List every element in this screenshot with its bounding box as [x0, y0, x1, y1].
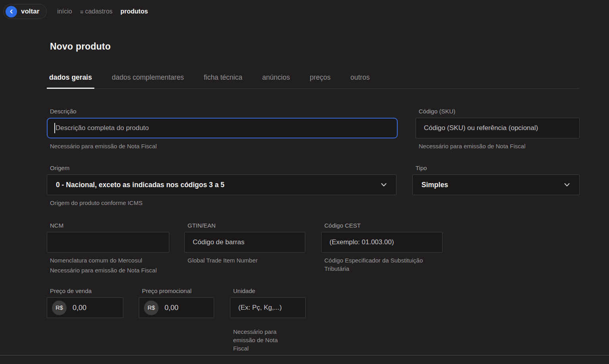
- chevron-down-icon: [379, 180, 388, 189]
- row-ncm-gtin-cest: NCM Nomenclatura comum do Mercosul Neces…: [47, 222, 580, 274]
- field-gtin: GTIN/EAN Global Trade Item Number: [184, 222, 305, 274]
- breadcrumb: início ≡ cadastros produtos: [57, 8, 148, 15]
- field-unidade: Unidade Necessário para emissão de Nota …: [230, 287, 306, 353]
- tab-dados-complementares[interactable]: dados complementares: [109, 69, 186, 89]
- tab-bar: dados gerais dados complementares ficha …: [47, 69, 580, 89]
- page-title: Novo produto: [50, 41, 580, 52]
- back-button-label: voltar: [21, 8, 39, 15]
- field-preco-promocional: Preço promocional R$ 0,00: [139, 287, 214, 353]
- cest-label: Código CEST: [324, 222, 442, 229]
- breadcrumb-inicio[interactable]: início: [57, 8, 72, 15]
- breadcrumb-cadastros[interactable]: ≡ cadastros: [80, 8, 113, 15]
- currency-badge: R$: [144, 301, 159, 315]
- preco-promocional-value: 0,00: [165, 304, 178, 312]
- origem-selected-value: 0 - Nacional, exceto as indicadas nos có…: [56, 181, 224, 189]
- breadcrumb-cadastros-label: cadastros: [85, 8, 112, 15]
- gtin-input[interactable]: [184, 232, 305, 253]
- ncm-helper-1: Nomenclatura comum do Mercosul: [50, 256, 169, 264]
- tipo-label: Tipo: [416, 165, 580, 171]
- field-descricao: Descrição Necessário para emissão de Not…: [47, 108, 398, 150]
- gtin-label: GTIN/EAN: [188, 222, 305, 229]
- cest-helper: Código Especificador da Substituição Tri…: [324, 256, 423, 273]
- cest-input[interactable]: [321, 232, 442, 253]
- tab-anuncios[interactable]: anúncios: [260, 69, 292, 89]
- tab-outros[interactable]: outros: [348, 69, 372, 89]
- preco-venda-value: 0,00: [73, 304, 86, 312]
- unidade-input[interactable]: [230, 297, 306, 318]
- field-origem: Origem 0 - Nacional, exceto as indicadas…: [47, 165, 396, 207]
- back-button[interactable]: voltar: [3, 4, 47, 19]
- tipo-selected-value: Simples: [421, 181, 448, 189]
- currency-badge: R$: [52, 301, 67, 315]
- main-content: Novo produto dados gerais dados compleme…: [47, 41, 580, 353]
- tab-precos[interactable]: preços: [307, 69, 333, 89]
- origem-label: Origem: [50, 165, 396, 171]
- ncm-label: NCM: [50, 222, 169, 229]
- descricao-helper: Necessário para emissão de Nota Fiscal: [50, 142, 398, 150]
- topbar: voltar início ≡ cadastros produtos: [0, 0, 609, 19]
- chevron-down-icon: [563, 180, 571, 189]
- list-icon: ≡: [80, 8, 84, 15]
- tipo-select[interactable]: Simples: [412, 174, 580, 195]
- back-chevron-icon: [6, 6, 17, 17]
- row-precos-unidade: Preço de venda R$ 0,00 Preço promocional…: [47, 287, 580, 353]
- row-origem-tipo: Origem 0 - Nacional, exceto as indicadas…: [47, 165, 580, 207]
- origem-helper: Origem do produto conforme ICMS: [50, 199, 396, 207]
- descricao-label: Descrição: [50, 108, 398, 115]
- field-preco-venda: Preço de venda R$ 0,00: [47, 287, 123, 353]
- gtin-helper: Global Trade Item Number: [188, 256, 305, 264]
- sku-input[interactable]: [416, 118, 580, 138]
- origem-select[interactable]: 0 - Nacional, exceto as indicadas nos có…: [47, 174, 396, 195]
- text-caret: [54, 123, 55, 133]
- field-cest: Código CEST Código Especificador da Subs…: [321, 222, 442, 274]
- sku-label: Código (SKU): [419, 108, 580, 115]
- preco-venda-input[interactable]: R$ 0,00: [47, 297, 123, 318]
- breadcrumb-produtos[interactable]: produtos: [121, 8, 148, 15]
- preco-promocional-input[interactable]: R$ 0,00: [139, 297, 214, 318]
- field-ncm: NCM Nomenclatura comum do Mercosul Neces…: [47, 222, 169, 274]
- unidade-helper: Necessário para emissão de Nota Fiscal: [233, 328, 293, 353]
- ncm-input[interactable]: [47, 232, 169, 253]
- sku-helper: Necessário para emissão de Nota Fiscal: [419, 142, 580, 150]
- tab-dados-gerais[interactable]: dados gerais: [47, 69, 94, 89]
- preco-venda-label: Preço de venda: [50, 287, 123, 294]
- field-tipo: Tipo Simples: [412, 165, 580, 207]
- descricao-input[interactable]: [47, 118, 398, 138]
- field-sku: Código (SKU) Necessário para emissão de …: [416, 108, 580, 150]
- ncm-helper-2: Necessário para emissão de Nota Fiscal: [50, 266, 169, 274]
- unidade-label: Unidade: [233, 287, 306, 294]
- row-descricao-sku: Descrição Necessário para emissão de Not…: [47, 108, 580, 150]
- tab-ficha-tecnica[interactable]: ficha técnica: [201, 69, 245, 89]
- bottom-divider: [0, 355, 609, 356]
- preco-promocional-label: Preço promocional: [142, 287, 214, 294]
